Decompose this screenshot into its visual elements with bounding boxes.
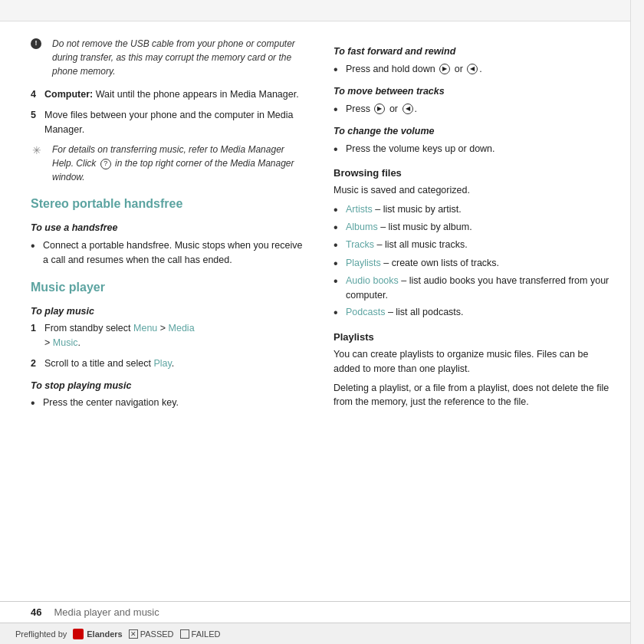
bullet-vol-icon: • bbox=[334, 142, 346, 156]
stop-subheading: To stop playing music bbox=[31, 379, 303, 393]
nav-right-icon: ▶ bbox=[439, 64, 450, 74]
failed-label: FAILED bbox=[192, 629, 221, 639]
menu-link[interactable]: Menu bbox=[133, 323, 157, 334]
fast-forward-text: Press and hold down ▶ or ◀. bbox=[346, 62, 482, 77]
nav-right2-icon: ▶ bbox=[374, 104, 385, 114]
bullet-icon: • bbox=[31, 238, 43, 253]
play-music-subheading: To play music bbox=[31, 304, 303, 319]
passed-label: PASSED bbox=[140, 629, 174, 639]
handsfree-bullet: • Connect a portable handsfree. Music st… bbox=[31, 238, 303, 268]
change-volume-bullet: • Press the volume keys up or down. bbox=[334, 142, 610, 156]
preflight-bar: Preflighted by Elanders ✕ PASSED FAILED bbox=[0, 623, 630, 644]
content-area: ! Do not remove the USB cable from your … bbox=[0, 21, 630, 598]
help-circle-icon: ? bbox=[100, 159, 111, 169]
music-player-heading: Music player bbox=[31, 278, 303, 297]
failed-checkbox: FAILED bbox=[180, 629, 221, 639]
fast-forward-bullet: • Press and hold down ▶ or ◀. bbox=[334, 62, 610, 77]
stop-bullet: • Press the center navigation key. bbox=[31, 396, 303, 410]
right-column: To fast forward and rewind • Press and h… bbox=[318, 21, 625, 598]
note-usb-warning: ! Do not remove the USB cable from your … bbox=[31, 37, 303, 78]
page-number-bar: 46 Media player and music bbox=[0, 601, 630, 623]
stereo-heading: Stereo portable handsfree bbox=[31, 195, 303, 213]
page-container: ! Do not remove the USB cable from your … bbox=[0, 0, 644, 644]
play-step-2: 2 Scroll to a title and select Play. bbox=[31, 356, 303, 371]
move-tracks-heading: To move between tracks bbox=[334, 84, 610, 99]
list-item-albums: • Albums – list music by album. bbox=[334, 220, 610, 235]
note-media-manager: ✳ For details on transferring music, ref… bbox=[31, 143, 303, 184]
failed-check-icon bbox=[180, 629, 189, 639]
fast-forward-heading: To fast forward and rewind bbox=[334, 44, 610, 59]
browsing-text: Music is saved and categorized. bbox=[334, 183, 610, 198]
list-item-podcasts: • Podcasts – list all podcasts. bbox=[334, 305, 610, 320]
play-step-1-text: From standby select Menu > Media > Music… bbox=[44, 321, 195, 350]
passed-checkbox: ✕ PASSED bbox=[129, 629, 174, 639]
note-usb-text: Do not remove the USB cable from your ph… bbox=[52, 37, 303, 78]
playlists-text1: You can create playlists to organize mus… bbox=[334, 347, 610, 376]
playlists-heading: Playlists bbox=[334, 330, 610, 345]
step-4-text: Computer: Wait until the phone appears i… bbox=[44, 87, 299, 102]
bullet-stop-icon: • bbox=[31, 396, 43, 410]
browsing-heading: Browsing files bbox=[334, 166, 610, 181]
step-4-bold: Computer: bbox=[44, 89, 93, 100]
play-link[interactable]: Play bbox=[153, 358, 171, 369]
podcasts-link[interactable]: Podcasts bbox=[346, 307, 385, 317]
note-media-text: For details on transferring music, refer… bbox=[52, 143, 303, 184]
right-fold bbox=[630, 0, 644, 644]
list-item-tracks: • Tracks – list all music tracks. bbox=[334, 238, 610, 252]
list-item-artists: • Artists – list music by artist. bbox=[334, 202, 610, 217]
handsfree-subheading: To use a handsfree bbox=[31, 221, 303, 235]
bullet-move-icon: • bbox=[334, 102, 346, 117]
playlists-text2: Deleting a playlist, or a file from a pl… bbox=[334, 381, 610, 410]
change-volume-text: Press the volume keys up or down. bbox=[346, 142, 495, 156]
elanders-icon bbox=[73, 629, 84, 639]
move-tracks-text: Press ▶ or ◀. bbox=[346, 102, 417, 117]
media-link[interactable]: Media bbox=[169, 323, 195, 334]
list-item-playlists: • Playlists – create own lists of tracks… bbox=[334, 256, 610, 271]
list-item-audiobooks: • Audio books – list audio books you hav… bbox=[334, 274, 610, 303]
tracks-link[interactable]: Tracks bbox=[346, 239, 374, 250]
albums-link[interactable]: Albums bbox=[346, 222, 378, 232]
elanders-brand: Elanders bbox=[87, 629, 122, 639]
warning-icon: ! bbox=[31, 38, 46, 49]
artists-link[interactable]: Artists bbox=[346, 204, 373, 215]
elanders-logo: Elanders bbox=[73, 629, 122, 639]
browsing-links-list: • Artists – list music by artist. • Albu… bbox=[334, 202, 610, 320]
step-5: 5 Move files between your phone and the … bbox=[31, 108, 303, 137]
nav-left-icon: ◀ bbox=[467, 64, 478, 74]
nav-left2-icon: ◀ bbox=[402, 104, 413, 114]
play-step-2-text: Scroll to a title and select Play. bbox=[44, 356, 174, 371]
step-5-text: Move files between your phone and the co… bbox=[44, 108, 303, 137]
tip-icon: ✳ bbox=[31, 144, 46, 156]
move-tracks-bullet: • Press ▶ or ◀. bbox=[334, 102, 610, 117]
stop-text: Press the center navigation key. bbox=[43, 396, 179, 410]
audiobooks-link[interactable]: Audio books bbox=[346, 275, 399, 286]
page-label: Media player and music bbox=[54, 606, 159, 618]
bullet-ff-icon: • bbox=[334, 62, 346, 77]
top-fold bbox=[0, 0, 644, 21]
play-step-1: 1 From standby select Menu > Media > Mus… bbox=[31, 321, 303, 350]
handsfree-text: Connect a portable handsfree. Music stop… bbox=[43, 238, 303, 268]
footer: 46 Media player and music Preflighted by… bbox=[0, 598, 630, 644]
preflight-text: Preflighted by bbox=[15, 629, 67, 639]
step-4: 4 Computer: Wait until the phone appears… bbox=[31, 87, 303, 102]
left-column: ! Do not remove the USB cable from your … bbox=[0, 21, 318, 598]
music-link[interactable]: Music bbox=[53, 337, 78, 348]
step-4-body: Wait until the phone appears in Media Ma… bbox=[93, 89, 298, 100]
passed-check-icon: ✕ bbox=[129, 629, 138, 639]
playlists-link[interactable]: Playlists bbox=[346, 258, 381, 268]
page-number: 46 bbox=[31, 606, 41, 618]
change-volume-heading: To change the volume bbox=[334, 124, 610, 139]
